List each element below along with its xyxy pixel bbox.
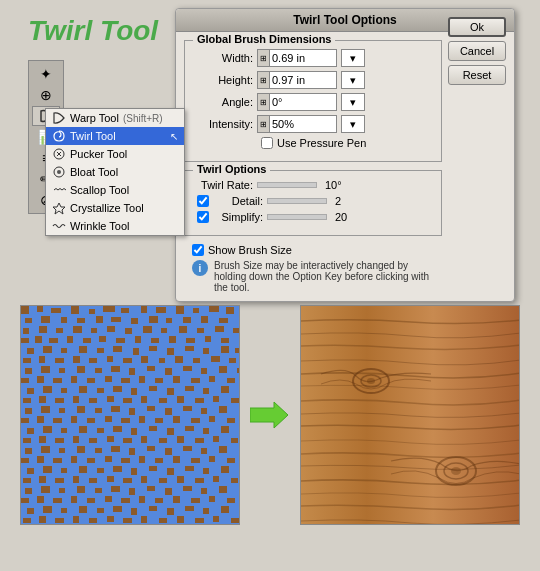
angle-spinner[interactable]: ⊞ — [258, 94, 270, 110]
tool-menu-item-crystallize[interactable]: Crystallize Tool — [46, 199, 184, 217]
svg-rect-192 — [183, 446, 192, 451]
svg-rect-162 — [97, 428, 104, 433]
svg-rect-105 — [191, 378, 200, 383]
svg-rect-200 — [105, 456, 112, 462]
svg-rect-170 — [23, 438, 31, 443]
height-dropdown[interactable]: ▾ — [341, 71, 365, 89]
toolbar-icon-1[interactable]: ✦ — [32, 64, 60, 84]
svg-rect-218 — [203, 468, 209, 474]
cancel-button[interactable]: Cancel — [448, 41, 506, 61]
svg-rect-106 — [209, 376, 215, 382]
detail-slider[interactable] — [267, 198, 327, 204]
intensity-spinner[interactable]: ⊞ — [258, 116, 270, 132]
twirl-section-label: Twirl Options — [193, 163, 270, 175]
svg-rect-92 — [201, 368, 207, 374]
svg-rect-13 — [156, 307, 166, 313]
wrinkle-label: Wrinkle Tool — [70, 220, 130, 232]
info-text: Brush Size may be interactively changed … — [214, 260, 434, 293]
svg-rect-249 — [87, 498, 95, 503]
twirl-options-section: Twirl Options Twirl Rate: 10° Detail: 2 … — [184, 170, 442, 236]
svg-rect-271 — [39, 516, 46, 523]
angle-dropdown[interactable]: ▾ — [341, 93, 365, 111]
svg-rect-169 — [221, 426, 229, 433]
tool-menu-item-twirl[interactable]: Twirl Tool ↖ — [46, 127, 184, 145]
svg-rect-139 — [129, 408, 135, 415]
svg-rect-86 — [95, 368, 102, 373]
svg-rect-158 — [27, 428, 34, 434]
svg-rect-182 — [231, 438, 238, 443]
svg-rect-90 — [165, 368, 172, 375]
svg-rect-153 — [155, 418, 163, 423]
tool-menu-item-wrinkle[interactable]: Wrinkle Tool — [46, 217, 184, 235]
show-brush-checkbox[interactable] — [192, 244, 204, 256]
svg-rect-47 — [83, 338, 91, 343]
tool-menu-item-warp[interactable]: Warp Tool (Shift+R) — [46, 109, 184, 127]
simplify-row: Simplify: 20 — [193, 211, 433, 223]
svg-rect-109 — [43, 386, 52, 393]
simplify-value: 20 — [335, 211, 347, 223]
simplify-slider[interactable] — [267, 214, 327, 220]
svg-rect-175 — [107, 436, 114, 442]
svg-rect-84 — [59, 368, 65, 373]
svg-rect-222 — [55, 478, 64, 483]
twirl-rate-slider[interactable] — [257, 182, 317, 188]
intensity-value: 50% — [270, 118, 336, 130]
svg-rect-189 — [129, 448, 135, 455]
svg-rect-190 — [147, 446, 155, 451]
warp-icon — [52, 111, 66, 125]
svg-rect-87 — [111, 366, 120, 372]
svg-rect-231 — [213, 476, 219, 482]
width-dropdown[interactable]: ▾ — [341, 49, 365, 67]
svg-rect-116 — [167, 388, 174, 395]
svg-rect-76 — [141, 356, 148, 363]
ok-button[interactable]: Ok — [448, 17, 506, 37]
svg-rect-45 — [49, 338, 58, 343]
svg-rect-49 — [116, 338, 125, 343]
simplify-checkbox[interactable] — [197, 211, 209, 223]
svg-rect-172 — [55, 438, 64, 443]
svg-rect-39 — [179, 326, 187, 333]
reset-button[interactable]: Reset — [448, 65, 506, 85]
svg-rect-137 — [95, 408, 102, 413]
svg-rect-156 — [209, 416, 215, 422]
height-input[interactable]: ⊞ 0.97 in — [257, 71, 337, 89]
height-spinner[interactable]: ⊞ — [258, 72, 270, 88]
tool-menu-item-bloat[interactable]: Bloat Tool — [46, 163, 184, 181]
svg-rect-148 — [71, 416, 77, 423]
svg-rect-244 — [219, 486, 227, 493]
angle-input[interactable]: ⊞ 0° — [257, 93, 337, 111]
pressure-pen-row: Use Pressure Pen — [261, 137, 433, 149]
svg-rect-120 — [23, 398, 31, 403]
detail-checkbox[interactable] — [197, 195, 209, 207]
svg-rect-72 — [73, 356, 80, 363]
toolbar-icon-2[interactable]: ⊕ — [32, 85, 60, 105]
svg-rect-131 — [213, 396, 219, 402]
svg-rect-210 — [61, 468, 67, 473]
scallop-icon — [52, 183, 66, 197]
svg-rect-34 — [91, 328, 97, 333]
svg-rect-234 — [41, 486, 50, 493]
svg-rect-212 — [97, 468, 104, 473]
width-spinner[interactable]: ⊞ — [258, 50, 270, 66]
dialog-buttons: Ok Cancel Reset — [448, 17, 506, 85]
svg-rect-197 — [53, 458, 62, 463]
svg-rect-11 — [121, 308, 129, 313]
svg-rect-211 — [79, 466, 87, 473]
pressure-pen-checkbox[interactable] — [261, 137, 273, 149]
svg-rect-269 — [221, 506, 229, 513]
tool-menu-item-pucker[interactable]: Pucker Tool — [46, 145, 184, 163]
bloat-label: Bloat Tool — [70, 166, 118, 178]
tool-menu-item-scallop[interactable]: Scallop Tool — [46, 181, 184, 199]
svg-rect-270 — [23, 518, 31, 523]
svg-rect-159 — [43, 426, 52, 433]
intensity-input[interactable]: ⊞ 50% — [257, 115, 337, 133]
svg-rect-30 — [23, 328, 29, 334]
svg-rect-113 — [113, 386, 122, 392]
next-arrow-icon — [250, 400, 290, 430]
svg-rect-261 — [79, 506, 87, 513]
detail-value: 2 — [335, 195, 341, 207]
svg-rect-213 — [113, 466, 122, 472]
width-input[interactable]: ⊞ 0.69 in — [257, 49, 337, 67]
svg-rect-193 — [201, 448, 207, 454]
intensity-dropdown[interactable]: ▾ — [341, 115, 365, 133]
